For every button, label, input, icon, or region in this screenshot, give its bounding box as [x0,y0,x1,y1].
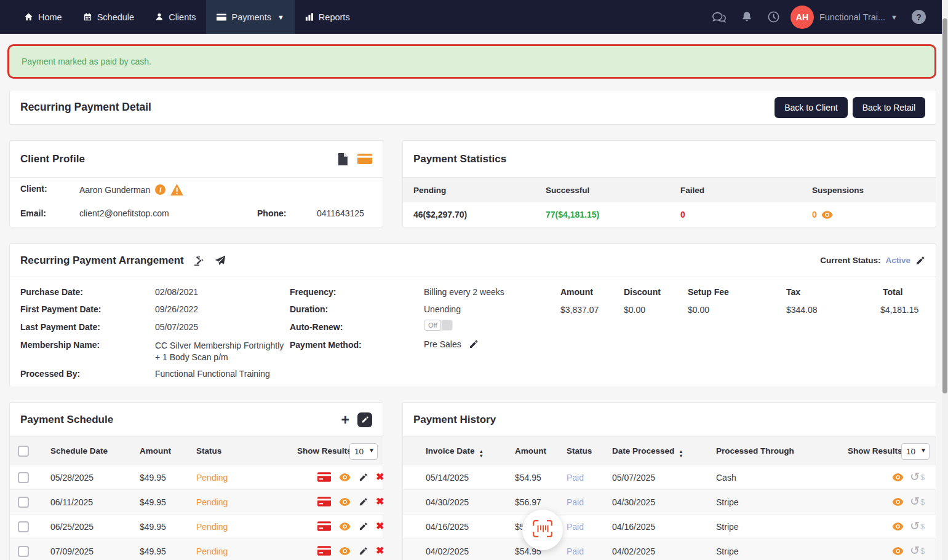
total-col-label: Total [883,287,902,297]
discount-col-label: Discount [624,287,661,297]
edit-pencil-icon[interactable] [359,497,368,507]
nav-clients[interactable]: Clients [145,0,206,34]
row-checkbox[interactable] [18,472,29,483]
stat-failed-value: 0 [680,210,812,219]
date-processed: 04/16/2025 [612,522,655,532]
email-label: Email: [20,208,46,218]
notifications-bell-icon[interactable] [741,10,753,23]
client-warning-icon[interactable] [170,184,183,195]
nav-payments-label: Payments [231,12,271,22]
nav-reports[interactable]: Reports [295,0,360,34]
delete-x-icon[interactable]: ✖ [376,522,384,530]
chevron-down-icon: ▼ [277,14,284,21]
back-to-retail-button[interactable]: Back to Retail [853,97,925,118]
processed-by-value: Functional Functional Training [155,369,270,379]
schedule-date: 07/09/2025 [50,546,94,556]
success-alert: Payment marked as paid by cash. [7,44,936,79]
edit-pencil-icon[interactable] [359,522,368,531]
row-checkbox[interactable] [18,497,29,508]
date-processed-header: Date Processed▲▼ [612,446,683,458]
client-name: Aaron Gunderman [79,185,150,195]
first-payment-date-value: 09/26/2022 [155,304,198,314]
nav-home[interactable]: Home [14,0,73,34]
view-eye-icon[interactable] [892,523,904,530]
edit-pencil-icon[interactable] [359,473,368,482]
sort-invoice-date-icon[interactable]: ▲▼ [479,449,484,458]
frequency-value: Billing every 2 weeks [424,287,504,297]
amount-col-label: Amount [560,287,593,297]
delete-x-icon[interactable]: ✖ [376,546,384,555]
delete-x-icon[interactable]: ✖ [376,497,384,506]
stat-col-pending: Pending [413,186,546,195]
delete-x-icon[interactable]: ✖ [376,473,384,481]
suspensions-eye-icon[interactable] [821,211,833,219]
row-checkbox[interactable] [18,521,29,532]
history-row: 04/02/2025 $54.95 Paid 04/02/2025 Stripe… [403,539,936,560]
toggle-knob [442,320,452,330]
refund-icon[interactable]: ↺$ [910,472,925,482]
add-schedule-icon[interactable]: + [341,414,349,426]
view-eye-icon[interactable] [339,498,351,506]
nav-payments[interactable]: Payments ▼ [206,0,294,34]
nav-schedule[interactable]: Schedule [73,0,145,34]
stat-col-suspensions: Suspensions [812,186,925,195]
charge-card-icon[interactable] [317,546,331,556]
edit-status-pencil-icon[interactable] [915,256,925,266]
history-page-size-select[interactable]: 10 [901,443,930,460]
barcode-scan-fab[interactable] [522,510,563,550]
stat-col-failed: Failed [680,186,812,195]
payment-method-value: Pre Sales [424,339,461,349]
view-eye-icon[interactable] [339,547,351,555]
send-icon[interactable] [215,255,226,266]
view-eye-icon[interactable] [339,473,351,481]
view-eye-icon[interactable] [892,547,904,555]
history-page-size-select-wrap: 10 ▼ [901,443,930,460]
payment-method-label: Payment Method: [290,340,362,350]
invoice-date: 04/02/2025 [426,546,469,556]
messages-icon[interactable] [712,11,727,23]
payment-history-card: Payment History Invoice Date▲▼ Amount St… [402,402,936,560]
history-status: Paid [567,522,584,532]
history-status: Paid [567,473,584,483]
help-icon[interactable]: ? [912,10,926,24]
view-eye-icon[interactable] [339,523,351,530]
refund-icon[interactable]: ↺$ [910,546,925,556]
charge-card-icon[interactable] [317,472,331,482]
scrollbar-thumb[interactable] [942,18,947,393]
refund-icon[interactable]: ↺$ [910,521,925,531]
select-all-checkbox[interactable] [18,446,29,457]
gavel-icon[interactable] [194,255,205,266]
current-status-value[interactable]: Active [885,256,910,265]
membership-name-value: CC Silver Membership Fortnightly + 1 Bod… [155,340,285,363]
client-payment-card-icon[interactable] [357,154,372,164]
edit-payment-method-pencil-icon[interactable] [469,339,479,349]
edit-schedule-icon[interactable] [357,412,372,427]
row-checkbox[interactable] [18,546,29,557]
schedule-status: Pending [196,497,228,507]
edit-pencil-icon[interactable] [359,546,368,556]
payment-statistics-values-row: 46($2,297.70) 77($4,181.15) 0 0 [403,202,936,227]
frequency-label: Frequency: [290,287,336,297]
client-notes-icon[interactable] [337,153,348,165]
charge-card-icon[interactable] [317,521,331,531]
vertical-scrollbar[interactable] [942,0,948,560]
invoice-date: 05/14/2025 [426,473,469,483]
nav-schedule-label: Schedule [97,12,134,22]
view-eye-icon[interactable] [892,498,904,506]
stat-successful-value: 77($4,181.15) [546,210,680,219]
client-info-icon[interactable]: i [155,184,165,195]
tax-value: $344.08 [786,305,818,315]
payment-history-title: Payment History [413,414,496,426]
history-clock-icon[interactable] [767,10,780,23]
back-to-client-button[interactable]: Back to Client [775,97,847,118]
sort-date-processed-icon[interactable]: ▲▼ [679,449,683,458]
account-menu[interactable]: AH Functional Trai... ▼ [791,6,898,29]
schedule-date: 06/11/2025 [50,497,93,507]
view-eye-icon[interactable] [892,473,904,481]
nav-reports-label: Reports [319,12,350,22]
charge-card-icon[interactable] [317,497,331,507]
auto-renew-toggle[interactable]: Off [424,320,453,331]
schedule-amount: $49.95 [140,473,166,483]
schedule-page-size-select[interactable]: 10 [349,443,378,460]
refund-icon[interactable]: ↺$ [910,497,925,507]
